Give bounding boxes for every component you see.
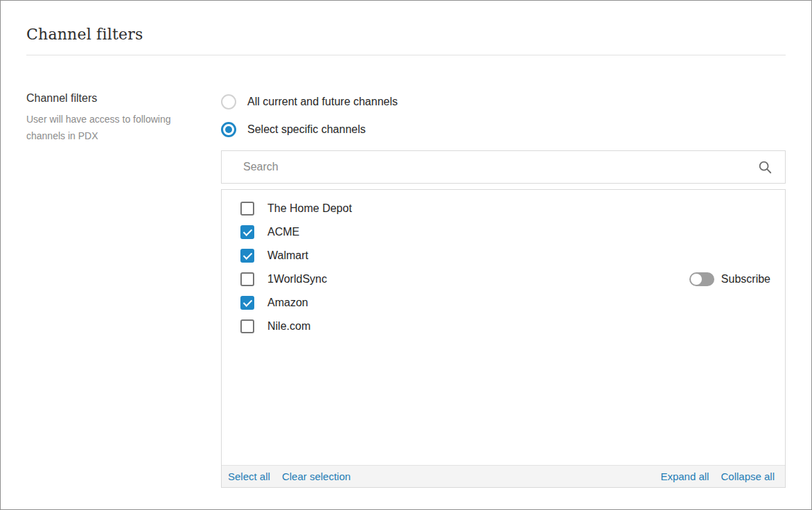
field-label: Channel filters bbox=[26, 92, 221, 105]
channel-row-nile-com[interactable]: Nile.com bbox=[240, 315, 785, 338]
channel-row-acme[interactable]: ACME bbox=[240, 220, 785, 244]
channel-row-the-home-depot[interactable]: The Home Depot bbox=[240, 197, 785, 220]
channel-filters-page: Channel filters Channel filters User wil… bbox=[1, 26, 811, 510]
channel-checkbox[interactable] bbox=[240, 225, 254, 239]
collapse-all-link[interactable]: Collapse all bbox=[721, 471, 775, 482]
subscribe-toggle-group: Subscribe bbox=[689, 272, 770, 286]
search-input[interactable] bbox=[243, 161, 757, 173]
content-area: Channel filters User will have access to… bbox=[26, 92, 786, 488]
channel-checkbox[interactable] bbox=[240, 319, 254, 333]
search-box bbox=[221, 150, 786, 184]
channel-checkbox[interactable] bbox=[240, 296, 254, 310]
field-description: User will have access to following chann… bbox=[26, 111, 175, 144]
field-label-column: Channel filters User will have access to… bbox=[26, 92, 221, 488]
search-icon[interactable] bbox=[757, 159, 773, 175]
radio-group: All current and future channels Select s… bbox=[221, 92, 786, 139]
channel-label: Walmart bbox=[267, 249, 308, 262]
channel-checkbox[interactable] bbox=[240, 272, 254, 286]
channel-label: The Home Depot bbox=[267, 202, 352, 215]
subscribe-toggle-label: Subscribe bbox=[721, 273, 770, 285]
channel-checkbox[interactable] bbox=[240, 249, 254, 263]
footer-right-links: Expand all Collapse all bbox=[660, 471, 775, 482]
subscribe-toggle[interactable] bbox=[689, 272, 714, 286]
channel-row-amazon[interactable]: Amazon bbox=[240, 291, 785, 315]
field-control-column: All current and future channels Select s… bbox=[221, 92, 786, 488]
page-title: Channel filters bbox=[26, 26, 786, 43]
panel-footer: Select all Clear selection Expand all Co… bbox=[222, 465, 785, 487]
channel-label: ACME bbox=[267, 226, 299, 238]
radio-button[interactable] bbox=[221, 94, 236, 109]
radio-option-all-current-and-future-channels[interactable]: All current and future channels bbox=[221, 92, 786, 112]
channel-row-walmart[interactable]: Walmart bbox=[240, 244, 785, 267]
expand-all-link[interactable]: Expand all bbox=[660, 471, 709, 482]
footer-left-links: Select all Clear selection bbox=[228, 471, 351, 482]
channel-label: Amazon bbox=[267, 297, 308, 309]
header-divider bbox=[26, 55, 786, 55]
radio-button[interactable] bbox=[221, 122, 236, 137]
channel-row-1worldsync[interactable]: 1WorldSync Subscribe bbox=[240, 267, 785, 291]
channel-checkbox[interactable] bbox=[240, 202, 254, 216]
radio-label: All current and future channels bbox=[247, 96, 398, 108]
channel-list: The Home Depot ACME Walmart 1WorldSync S… bbox=[222, 190, 785, 338]
channel-list-panel: The Home Depot ACME Walmart 1WorldSync S… bbox=[221, 189, 786, 488]
clear-selection-link[interactable]: Clear selection bbox=[282, 471, 351, 482]
select-all-link[interactable]: Select all bbox=[228, 471, 270, 482]
channel-label: Nile.com bbox=[267, 320, 310, 333]
radio-label: Select specific channels bbox=[247, 123, 366, 136]
radio-option-select-specific-channels[interactable]: Select specific channels bbox=[221, 120, 786, 139]
channel-label: 1WorldSync bbox=[267, 273, 327, 285]
